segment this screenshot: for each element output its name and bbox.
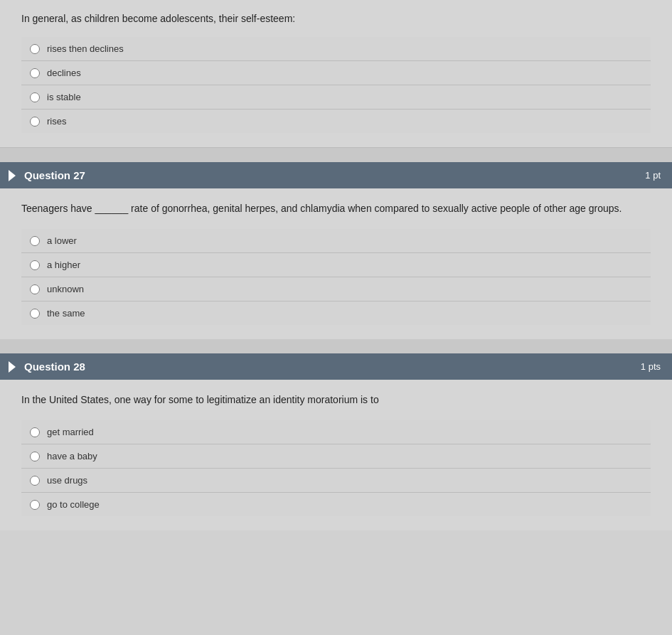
option-label: go to college <box>47 499 100 510</box>
question-27-body: Teenagers have ______ rate of gonorrhea,… <box>0 188 672 339</box>
list-item[interactable]: have a baby <box>21 444 651 468</box>
question-27-header-left: Question 27 <box>9 169 85 181</box>
list-item[interactable]: get married <box>21 420 651 444</box>
prev-question-prompt: In general, as children become adolescen… <box>21 13 651 24</box>
list-item[interactable]: use drugs <box>21 468 651 492</box>
question-27-container: Question 27 1 pt Teenagers have ______ r… <box>0 162 672 339</box>
radio-college[interactable] <box>30 500 40 510</box>
option-label: use drugs <box>47 475 87 486</box>
radio-baby[interactable] <box>30 452 40 461</box>
question-28-body: In the United States, one way for some t… <box>0 380 672 530</box>
option-label: get married <box>47 427 94 437</box>
question-27-title: Question 27 <box>24 169 85 181</box>
option-label: rises <box>47 116 66 127</box>
prev-question-section: In general, as children become adolescen… <box>0 0 672 148</box>
question-spacer-2 <box>0 339 672 353</box>
option-label: unknown <box>47 284 84 294</box>
list-item[interactable]: declines <box>21 60 651 85</box>
radio-higher[interactable] <box>30 260 40 270</box>
list-item[interactable]: is stable <box>21 85 651 109</box>
radio-lower[interactable] <box>30 236 40 246</box>
radio-unknown[interactable] <box>30 284 40 294</box>
radio-stable[interactable] <box>30 92 40 102</box>
list-item[interactable]: rises <box>21 109 651 133</box>
list-item[interactable]: go to college <box>21 492 651 516</box>
option-label: declines <box>47 68 81 78</box>
question-27-header: Question 27 1 pt <box>0 162 672 188</box>
option-label: rises then declines <box>47 43 124 54</box>
list-item[interactable]: unknown <box>21 277 651 301</box>
radio-same[interactable] <box>30 309 40 319</box>
question-28-container: Question 28 1 pts In the United States, … <box>0 353 672 530</box>
question-27-options: a lower a higher unknown the same <box>21 229 651 325</box>
question-28-pts: 1 pts <box>641 361 661 372</box>
option-label: a higher <box>47 260 80 270</box>
prev-question-options: rises then declines declines is stable r… <box>21 37 651 133</box>
question-28-options: get married have a baby use drugs go to … <box>21 420 651 516</box>
list-item[interactable]: a higher <box>21 252 651 277</box>
page-wrapper: In general, as children become adolescen… <box>0 0 672 635</box>
option-label: the same <box>47 308 85 319</box>
question-27-prompt: Teenagers have ______ rate of gonorrhea,… <box>21 201 651 216</box>
radio-declines[interactable] <box>30 68 40 78</box>
question-arrow-icon-2 <box>9 361 16 373</box>
option-label: is stable <box>47 92 81 102</box>
question-28-title: Question 28 <box>24 361 85 373</box>
list-item[interactable]: a lower <box>21 229 651 252</box>
radio-married[interactable] <box>30 427 40 437</box>
question-arrow-icon <box>9 170 16 181</box>
question-27-pts: 1 pt <box>645 170 661 181</box>
question-28-header: Question 28 1 pts <box>0 353 672 380</box>
list-item[interactable]: the same <box>21 301 651 325</box>
question-28-prompt: In the United States, one way for some t… <box>21 393 651 407</box>
question-spacer <box>0 148 672 162</box>
radio-drugs[interactable] <box>30 476 40 486</box>
radio-rises-declines[interactable] <box>30 44 40 54</box>
option-label: have a baby <box>47 451 97 461</box>
question-28-header-left: Question 28 <box>9 361 85 373</box>
option-label: a lower <box>47 235 77 246</box>
list-item[interactable]: rises then declines <box>21 37 651 60</box>
radio-rises[interactable] <box>30 117 40 127</box>
